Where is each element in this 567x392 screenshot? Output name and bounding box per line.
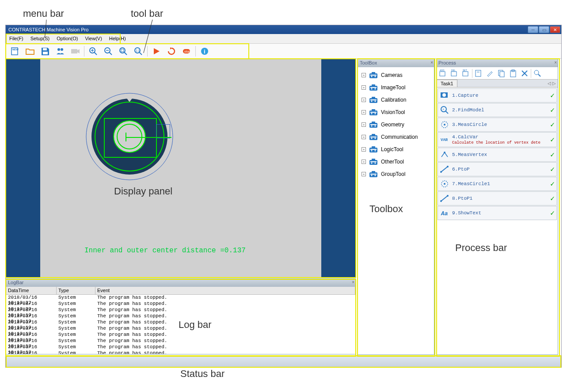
log-row[interactable]: 2018/03/16 10:10:19SystemThe program has… xyxy=(6,313,355,320)
set-task-icon[interactable]: SET xyxy=(460,68,471,79)
zoom-fit-icon[interactable] xyxy=(116,45,131,57)
toolbox-category-icon xyxy=(369,108,378,116)
info-icon[interactable]: i xyxy=(197,45,212,57)
toolbox-item-othertool[interactable]: +OtherTool xyxy=(358,156,434,168)
process-step[interactable]: 7.MeasCircle1✓ xyxy=(438,177,557,191)
step-label: 5.MeasVertex xyxy=(452,152,550,157)
loop-icon[interactable] xyxy=(164,45,179,57)
log-type: System xyxy=(57,301,95,307)
add-task-icon[interactable]: ADD xyxy=(438,68,448,79)
toolbox-item-logictool[interactable]: +LogicTool xyxy=(358,143,434,156)
svg-point-89 xyxy=(534,70,539,75)
svg-line-102 xyxy=(441,167,448,172)
save-icon[interactable] xyxy=(38,45,53,57)
menu-setup[interactable]: Setup(S) xyxy=(27,34,53,43)
minimize-button[interactable]: ─ xyxy=(528,26,538,33)
expand-icon[interactable]: + xyxy=(362,73,366,77)
process-step[interactable]: VAR4.CalcVarCalculate the location of ve… xyxy=(438,132,557,147)
log-row[interactable]: 2018/03/16 10:10:07SystemThe program has… xyxy=(6,350,355,354)
toolbox-item-visiontool[interactable]: +VisionTool xyxy=(358,106,434,118)
menu-view[interactable]: View(V) xyxy=(82,34,106,43)
toolbox-item-geometry[interactable]: +Geometry xyxy=(358,118,434,131)
expand-icon[interactable]: + xyxy=(362,110,366,114)
toolbox-close-icon[interactable]: × xyxy=(430,60,433,65)
maximize-button[interactable]: ▭ xyxy=(539,26,549,33)
toolbox-title: ToolBox × xyxy=(358,59,434,67)
check-icon: ✓ xyxy=(550,150,555,159)
expand-icon[interactable]: + xyxy=(362,160,366,164)
step-label: 7.MeasCircle1 xyxy=(452,181,550,186)
expand-icon[interactable]: + xyxy=(362,98,366,102)
toolbox-item-label: Cameras xyxy=(381,72,403,78)
stop-icon[interactable]: stop xyxy=(179,45,194,57)
new-icon[interactable]: NEW xyxy=(8,45,23,57)
process-step[interactable]: 3.MeasCircle✓ xyxy=(438,118,557,132)
log-header-type[interactable]: Type xyxy=(57,287,95,294)
center-cross xyxy=(126,133,126,141)
log-row[interactable]: 2018/03/16 10:10:18SystemThe program has… xyxy=(6,344,355,350)
step-icon xyxy=(440,120,449,129)
toolbox-item-imagetool[interactable]: +ImageTool xyxy=(358,81,434,94)
step-icon xyxy=(440,150,449,160)
tab-prev-icon[interactable]: ◁ xyxy=(548,81,551,86)
paste-icon[interactable] xyxy=(508,68,518,79)
users-icon[interactable] xyxy=(53,45,68,57)
log-row[interactable]: 2018/03/16 10:10:20SystemThe program has… xyxy=(6,301,355,307)
log-row[interactable]: 2018/03/16 10:10:22SystemThe program has… xyxy=(6,295,355,301)
svg-rect-77 xyxy=(451,72,457,76)
expand-icon[interactable]: + xyxy=(362,135,366,139)
tab-task1[interactable]: Task1 xyxy=(437,80,457,87)
process-step[interactable]: 8.PtoP1✓ xyxy=(438,191,557,206)
log-row[interactable]: 2018/03/16 10:10:18SystemThe program has… xyxy=(6,338,355,344)
log-row[interactable]: 2018/03/16 10:10:18SystemThe program has… xyxy=(6,332,355,338)
log-row[interactable]: 2018/03/16 10:10:19SystemThe program has… xyxy=(6,307,355,313)
log-event: The program has stopped. xyxy=(95,295,355,301)
annotation-display: Display panel xyxy=(114,186,172,197)
zoom-out-icon[interactable] xyxy=(101,45,116,57)
log-event: The program has stopped. xyxy=(95,313,355,320)
log-event: The program has stopped. xyxy=(95,332,355,338)
zoom-in-icon[interactable] xyxy=(86,45,101,57)
svg-text:+: + xyxy=(442,108,444,111)
process-step[interactable]: 1.Capture✓ xyxy=(438,88,557,103)
run-icon[interactable] xyxy=(149,45,164,57)
svg-point-44 xyxy=(375,101,376,102)
expand-icon[interactable]: + xyxy=(362,122,366,127)
new-step-icon[interactable] xyxy=(473,68,484,79)
menu-file[interactable]: File(F) xyxy=(6,34,27,43)
menu-option[interactable]: Option(O) xyxy=(53,34,81,43)
camera-icon[interactable] xyxy=(68,45,83,57)
menu-help[interactable]: Help(H) xyxy=(106,34,129,43)
find-icon[interactable] xyxy=(532,68,543,79)
expand-icon[interactable]: + xyxy=(362,85,366,90)
svg-point-106 xyxy=(444,183,445,185)
logbar-close-icon[interactable]: × xyxy=(352,280,354,285)
process-step[interactable]: 5.MeasVertex✓ xyxy=(438,148,557,162)
log-type: System xyxy=(57,332,95,338)
process-close-icon[interactable]: × xyxy=(554,60,557,65)
toolbox-item-communication[interactable]: +Communication xyxy=(358,131,434,143)
open-icon[interactable] xyxy=(23,45,38,57)
process-step[interactable]: +2.FindModel✓ xyxy=(438,103,557,117)
step-label: 1.Capture xyxy=(452,93,550,98)
svg-rect-45 xyxy=(369,110,377,115)
edit-step-icon[interactable] xyxy=(485,68,495,79)
expand-icon[interactable]: + xyxy=(362,147,366,152)
toolbox-item-grouptool[interactable]: +GroupTool xyxy=(358,168,434,180)
process-step[interactable]: Aa9.ShowText✓ xyxy=(438,206,557,220)
toolbox-category-icon xyxy=(369,145,378,153)
log-header-event[interactable]: Event xyxy=(95,287,355,294)
check-icon: ✓ xyxy=(550,120,555,129)
close-button[interactable]: ✕ xyxy=(550,26,560,33)
log-header-datetime[interactable]: DataTime xyxy=(6,287,57,294)
expand-icon[interactable]: + xyxy=(362,172,366,176)
toolbox-item-calibration[interactable]: +Calibration xyxy=(358,94,434,106)
display-panel[interactable]: Inner and outer center distance =0.137 xyxy=(6,59,356,278)
del-task-icon[interactable]: DEL xyxy=(449,68,460,79)
delete-icon[interactable] xyxy=(519,68,530,79)
svg-rect-66 xyxy=(372,159,375,160)
toolbox-item-cameras[interactable]: +Cameras xyxy=(358,69,434,81)
tab-next-icon[interactable]: ▷ xyxy=(552,81,556,86)
process-step[interactable]: 6.PtoP✓ xyxy=(438,162,557,176)
copy-icon[interactable] xyxy=(496,68,507,79)
